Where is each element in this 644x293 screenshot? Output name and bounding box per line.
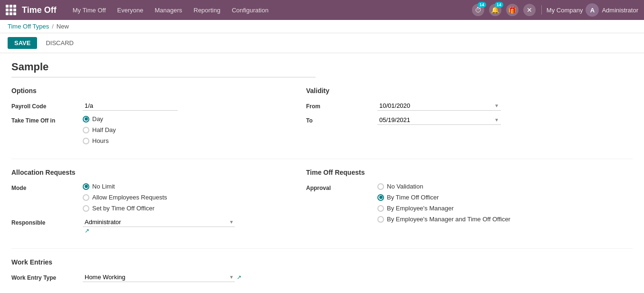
responsible-select-wrap: Administrator ▼ (83, 217, 235, 227)
bell-badge: 14 (495, 2, 503, 8)
close-button[interactable]: ✕ (522, 3, 537, 17)
work-entry-type-row: Work Entry Type Home Working ▼ ↗ (11, 273, 633, 282)
work-entries-section: Work Entries Work Entry Type Home Workin… (11, 258, 633, 282)
clock-badge-button[interactable]: ⏱ 14 (471, 3, 485, 17)
app-menu-icon[interactable] (6, 5, 16, 15)
bell-badge-button[interactable]: 🔔 14 (488, 3, 502, 17)
radio-by-officer-outer (377, 194, 384, 201)
time-off-mode-group: Day Half Day Hours (83, 115, 287, 144)
gift-button[interactable]: 🎁 (505, 3, 519, 17)
validity-to-field[interactable]: ▼ (377, 115, 501, 125)
responsible-select[interactable]: Administrator (83, 217, 229, 227)
record-title[interactable]: Sample (11, 61, 316, 77)
take-time-off-label: Take Time Off in (11, 115, 78, 124)
radio-nolimit-inner (85, 185, 88, 188)
work-entry-type-select[interactable]: Home Working (83, 273, 229, 282)
nav-divider (541, 5, 542, 15)
time-off-requests-title: Time Off Requests (306, 169, 633, 176)
approval-by-manager-officer[interactable]: By Employee's Manager and Time Off Offic… (377, 216, 633, 223)
radio-hours-label: Hours (92, 137, 109, 144)
validity-from-label: From (306, 101, 373, 110)
radio-no-val-label: No Validation (387, 183, 423, 190)
radio-by-manager-officer-outer (377, 216, 384, 223)
payroll-code-value (83, 101, 287, 111)
approval-by-manager[interactable]: By Employee's Manager (377, 205, 633, 212)
radio-employees-label: Allow Employees Requests (92, 194, 167, 201)
radio-by-manager-outer (377, 205, 384, 212)
breadcrumb-current: New (57, 23, 69, 30)
validity-to-row: To ▼ (306, 115, 633, 125)
allocation-requests-section: Allocation Requests Mode No Limit Allow (11, 169, 287, 239)
alloc-mode-employees[interactable]: Allow Employees Requests (83, 194, 287, 201)
approval-label: Approval (306, 183, 373, 191)
nav-reporting[interactable]: Reporting (189, 4, 225, 17)
time-off-mode-hours[interactable]: Hours (83, 137, 287, 144)
work-entry-external-link-icon[interactable]: ↗ (237, 274, 241, 281)
main-content: Sample Options Payroll Code Take Time Of… (0, 53, 644, 293)
nav-everyone[interactable]: Everyone (113, 4, 148, 17)
approval-row: Approval No Validation By Time Off Offic… (306, 183, 633, 223)
time-off-mode-halfday[interactable]: Half Day (83, 126, 287, 133)
radio-no-val-outer (377, 183, 384, 190)
work-entry-type-label: Work Entry Type (11, 273, 78, 281)
breadcrumb-parent[interactable]: Time Off Types (8, 23, 49, 30)
radio-halfday-label: Half Day (92, 126, 116, 133)
clock-badge: 14 (478, 2, 486, 8)
nav-managers[interactable]: Managers (150, 4, 187, 17)
alloc-timeoff-row: Allocation Requests Mode No Limit Allow (11, 169, 633, 239)
from-date-arrow: ▼ (494, 103, 499, 108)
radio-by-officer-inner (379, 196, 383, 199)
allocation-mode-row: Mode No Limit Allow Employees Requests (11, 183, 287, 212)
approval-group: No Validation By Time Off Officer By Emp… (377, 183, 633, 223)
responsible-external-link-icon[interactable]: ↗ (85, 227, 89, 234)
validity-to-label: To (306, 115, 373, 124)
radio-by-manager-officer-label: By Employee's Manager and Time Off Offic… (387, 216, 510, 223)
mode-label: Mode (11, 183, 78, 191)
company-label: My Company (547, 7, 583, 14)
take-time-off-row: Take Time Off in Day Half Day (11, 115, 287, 144)
alloc-mode-no-limit[interactable]: No Limit (83, 183, 287, 190)
work-entry-type-arrow: ▼ (229, 274, 234, 280)
allocation-requests-title: Allocation Requests (11, 169, 287, 176)
section-divider (11, 159, 633, 159)
close-icon: ✕ (523, 4, 536, 16)
validity-from-field[interactable]: ▼ (377, 101, 501, 111)
breadcrumb-separator: / (52, 23, 54, 30)
form-container: Sample Options Payroll Code Take Time Of… (0, 53, 644, 293)
time-off-mode-day[interactable]: Day (83, 115, 287, 123)
user-avatar[interactable]: A (586, 3, 599, 17)
radio-day-outer (83, 116, 89, 123)
nav-my-time-off[interactable]: My Time Off (68, 4, 111, 17)
validity-title: Validity (306, 87, 633, 95)
approval-no-validation[interactable]: No Validation (377, 183, 633, 190)
approval-by-officer[interactable]: By Time Off Officer (377, 194, 633, 201)
payroll-code-input[interactable] (83, 101, 178, 111)
payroll-code-label: Payroll Code (11, 101, 78, 110)
validity-from-input[interactable] (379, 102, 494, 109)
section-divider-2 (11, 248, 633, 249)
topnav: Time Off My Time Off Everyone Managers R… (0, 0, 644, 20)
radio-nolimit-label: No Limit (92, 183, 115, 190)
responsible-select-arrow: ▼ (229, 219, 234, 225)
save-button[interactable]: SAVE (8, 37, 37, 49)
radio-day-label: Day (92, 115, 103, 123)
radio-day-inner (85, 117, 88, 121)
work-entry-type-select-wrap: Home Working ▼ (83, 273, 235, 282)
app-title: Time Off (22, 5, 57, 15)
nav-configuration[interactable]: Configuration (227, 4, 273, 17)
validity-from-row: From ▼ (306, 101, 633, 111)
alloc-mode-officer[interactable]: Set by Time Off Officer (83, 205, 287, 212)
radio-employees-outer (83, 194, 89, 201)
radio-by-manager-label: By Employee's Manager (387, 205, 454, 212)
responsible-field: Administrator ▼ ↗ (83, 217, 287, 234)
options-validity-row: Options Payroll Code Take Time Off in (11, 87, 633, 149)
action-bar: SAVE DISCARD (0, 33, 644, 53)
discard-button[interactable]: DISCARD (41, 37, 78, 49)
radio-officer-outer (83, 205, 89, 212)
validity-to-input[interactable] (379, 116, 494, 123)
breadcrumb: Time Off Types / New (0, 20, 644, 33)
user-name: Administrator (602, 7, 638, 14)
responsible-label: Responsible (11, 217, 78, 226)
responsible-row: Responsible Administrator ▼ ↗ (11, 217, 287, 234)
options-title: Options (11, 87, 287, 95)
